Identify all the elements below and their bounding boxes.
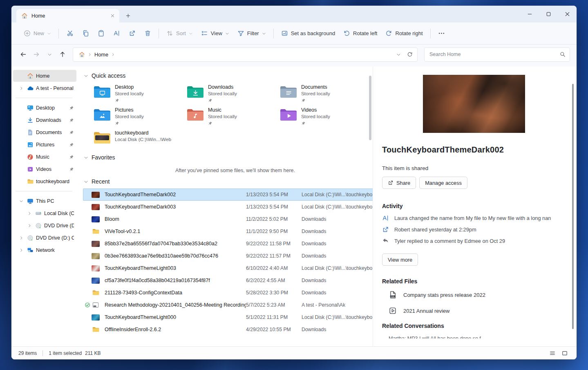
file-location[interactable]: Downloads [302,216,373,222]
recent-row[interactable]: cf5a73fe0f1f4a0cd58a38b04219a0167354f87f… [83,274,373,287]
expand-chevron-icon[interactable] [26,211,33,215]
expand-chevron-icon[interactable] [18,236,25,240]
sidebar-item-dvd-drive-d-cc[interactable]: DVD Drive (D:) CC [13,220,76,231]
share-button-details[interactable]: Share [382,177,416,189]
share-button[interactable] [124,26,140,41]
forward-button[interactable] [30,48,42,61]
file-location[interactable]: A test - Personal\Ak [302,302,373,308]
recent-row[interactable]: Research Methodology-20210401_040256-Mee… [83,299,373,311]
favorites-header[interactable]: Favorites [83,154,373,161]
sidebar-item-documents[interactable]: Documents [13,126,76,138]
cut-button[interactable] [62,26,78,41]
related-file-icon [389,307,397,315]
large-thumbnails-view-toggle[interactable] [560,349,570,358]
quick-access-tile-videos[interactable]: Videos Stored locally [280,107,373,126]
set-as-background-button[interactable]: Set as background [277,26,339,41]
sidebar-item-desktop[interactable]: Desktop [13,102,76,114]
file-location[interactable]: Downloads [302,253,373,259]
more-options-button[interactable] [434,26,449,41]
file-location[interactable]: Local Disk (C:)\Wi...\touchkeyboard [302,192,373,197]
tab-home[interactable]: Home [16,9,119,22]
quick-access-tile-documents[interactable]: Documents Stored locally [280,84,373,103]
file-location[interactable]: Local Disk (C:)\Wi...\touchkeyboard [302,314,373,320]
recent-row[interactable]: TouchKeyboardThemeLight003 6/10/2022 4:4… [83,262,373,274]
filter-button[interactable]: Filter [233,26,270,41]
activity-item[interactable]: Laura changed the name from My file to M… [382,215,566,222]
file-location[interactable]: Downloads [302,327,373,332]
breadcrumb-field[interactable]: Home [73,47,418,62]
delete-button[interactable] [140,26,155,41]
related-file-item[interactable]: Company stats press release 2022 [382,291,566,299]
sidebar-item-pictures[interactable]: Pictures [13,139,76,150]
quick-access-tile-music[interactable]: Music Stored locally [187,107,280,126]
file-location[interactable]: Downloads [302,229,373,234]
refresh-button[interactable] [404,49,416,60]
sidebar-item-a-test-personal[interactable]: A test - Personal [13,82,76,94]
recent-row[interactable]: 85bb37e2ba65556f7da07047bab330e3534c80a2… [83,238,373,250]
recent-header[interactable]: Recent [83,178,373,185]
manage-access-button[interactable]: Manage access [419,177,467,189]
expand-chevron-icon[interactable] [26,224,33,228]
copy-button[interactable] [78,26,93,41]
details-scrollbar[interactable] [572,84,574,329]
pin-icon [69,130,74,135]
file-location[interactable]: Downloads [302,278,373,283]
activity-item[interactable]: Robert shared yesterday at 2:29pm [382,226,566,233]
recent-row[interactable]: 0b3ee7663893cae76e9bd310aee59b70d76cc476… [83,250,373,262]
related-file-item[interactable]: 2021 Annual review [382,307,566,315]
sidebar-item-touchkeyboard[interactable]: touchkeyboard [13,175,76,187]
expand-chevron-icon[interactable] [18,86,25,90]
search-icon[interactable] [560,52,566,57]
close-button[interactable] [558,6,577,22]
address-dropdown-button[interactable] [393,49,404,60]
quick-access-tile-downloads[interactable]: Downloads Stored locally [187,84,280,103]
rotate-left-button[interactable]: Rotate left [339,26,381,41]
sidebar-item-music[interactable]: Music [13,151,76,163]
details-view-toggle[interactable] [548,349,557,358]
sidebar-item-home[interactable]: Home [13,70,76,82]
sidebar-item-videos[interactable]: Videos [13,163,76,175]
activity-item[interactable]: Tyler replied to a comment by Edmee on O… [382,238,566,244]
main-scrollbar[interactable] [369,76,371,140]
breadcrumb-item-home[interactable]: Home [94,52,108,58]
sort-button[interactable]: Sort [162,26,197,41]
recent-row[interactable]: 211128-73493-ConfigContextData 5/28/2022… [83,287,373,299]
up-button[interactable] [56,48,69,61]
recent-row[interactable]: TouchKeyboardThemeDark003 1/13/2023 5:54… [83,201,373,213]
minimize-button[interactable] [520,6,539,22]
recent-locations-button[interactable] [43,48,56,61]
expand-chevron-icon[interactable] [18,199,25,203]
clipboard-icon [98,30,105,37]
recent-row[interactable]: ViVeTool-v0.2.1 11/1/2022 9:50 PM Downlo… [83,225,373,238]
tab-close-button[interactable] [109,12,116,20]
quick-access-tile-pictures[interactable]: Pictures Stored locally [94,107,187,126]
new-tab-button[interactable] [123,10,133,21]
rename-button[interactable] [109,26,124,41]
recent-row[interactable]: TouchKeyboardThemeDark002 1/13/2023 5:54… [83,188,373,201]
sidebar-item-downloads[interactable]: Downloads [13,114,76,126]
rotate-right-button[interactable]: Rotate right [381,26,427,41]
view-button[interactable]: View [197,26,233,41]
sidebar-item-local-disk-c-[interactable]: Local Disk (C:) [13,207,76,219]
quick-access-tile-touchkeyboard[interactable]: touchkeyboard Local Disk (C:)\Win...\Web [94,130,187,148]
file-location[interactable]: Downloads [302,241,373,247]
recent-row[interactable]: Bloom 11/2/2022 5:02 PM Downloads [83,213,373,225]
expand-chevron-icon[interactable] [18,248,25,252]
sidebar-item-dvd-drive-d-ccc[interactable]: DVD Drive (D:) CCC [13,232,76,244]
quick-access-name: Videos [301,107,330,114]
file-location[interactable]: Local Disk (C:)\Wi...\touchkeyboard [302,265,373,271]
recent-row[interactable]: OfflineInsiderEnroll-2.6.2 4/29/2022 10:… [83,323,373,336]
new-button[interactable]: New [20,26,55,41]
paste-button[interactable] [93,26,109,41]
recent-row[interactable]: TouchKeyboardThemeLight000 5/1/2022 11:3… [83,311,373,323]
maximize-button[interactable] [539,6,558,22]
sidebar-item-this-pc[interactable]: This PC [13,195,76,207]
quick-access-tile-desktop[interactable]: Desktop Stored locally [94,84,187,103]
view-more-button[interactable]: View more [382,253,418,266]
quick-access-header[interactable]: Quick access [83,72,373,79]
file-location[interactable]: Local Disk (C:)\Wi...\touchkeyboard [302,204,373,210]
sidebar-item-network[interactable]: Network [13,244,76,256]
search-input[interactable] [429,51,560,58]
back-button[interactable] [17,48,29,61]
file-location[interactable]: Downloads [302,290,373,296]
